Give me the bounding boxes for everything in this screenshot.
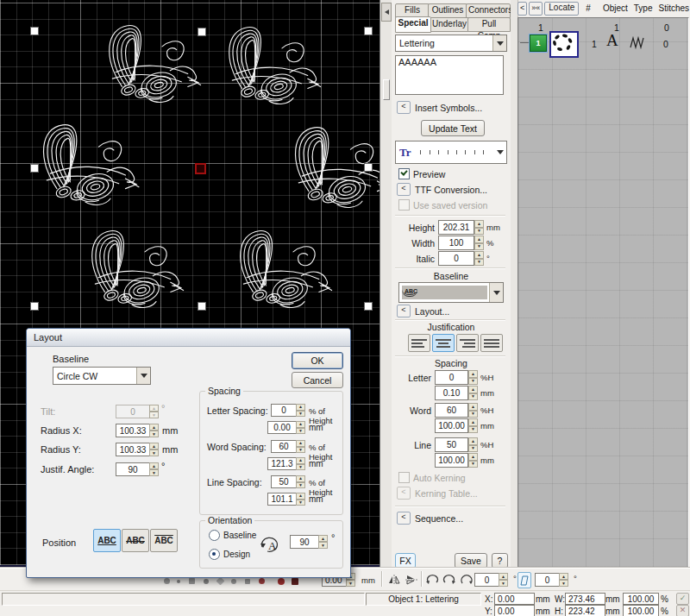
height-spinner[interactable]: ▲▼ — [474, 220, 484, 235]
fx-button[interactable]: FX — [395, 553, 416, 569]
dlg-line-pct-spinner[interactable]: ▲▼ — [296, 475, 305, 488]
stitch-marker-icon[interactable] — [216, 577, 225, 586]
rotate-angle-icon[interactable] — [459, 572, 474, 587]
width-spinner[interactable]: ▲▼ — [474, 236, 484, 250]
ttf-conversion-label[interactable]: TTF Conversion... — [415, 185, 487, 195]
radius-y-spinner[interactable]: ▲▼ — [149, 443, 159, 456]
stitch-marker-icon[interactable] — [245, 579, 250, 584]
sequence-expand-button[interactable]: < — [397, 512, 411, 525]
justif-angle-field[interactable]: 90 — [116, 462, 150, 476]
italic-field[interactable]: 0 — [438, 251, 474, 266]
font-select[interactable]: Tr — [395, 141, 507, 164]
rotate-angle-spinner[interactable]: ▲▼ — [499, 573, 508, 587]
h-field[interactable]: 223.42 — [565, 605, 605, 616]
rotate-cw-icon[interactable] — [442, 572, 457, 587]
line-pct-field[interactable]: 50 — [435, 437, 468, 452]
line-mm-field[interactable]: 100.00 — [435, 453, 468, 468]
apply-button[interactable]: ✓ — [676, 593, 689, 605]
preview-checkbox[interactable] — [398, 168, 410, 179]
selection-handle-se[interactable] — [364, 302, 373, 311]
sequence-label[interactable]: Sequence... — [415, 513, 463, 524]
stitch-marker-red-icon[interactable] — [259, 578, 265, 584]
h-percent-field[interactable]: 100.00 — [623, 605, 659, 616]
radius-x-spinner[interactable]: ▲▼ — [149, 424, 159, 437]
object-thumbnail[interactable] — [549, 31, 579, 58]
save-button[interactable]: Save — [455, 553, 487, 569]
word-pct-spinner[interactable]: ▲▼ — [468, 403, 478, 418]
dlg-line-mm-spinner[interactable]: ▲▼ — [296, 493, 305, 506]
stitch-marker-icon[interactable] — [231, 579, 236, 584]
skew-field[interactable]: 0 — [535, 573, 560, 587]
panel-back-button[interactable]: < — [518, 2, 527, 16]
orientation-baseline-radio[interactable] — [209, 530, 220, 541]
rotation-center-mark[interactable] — [195, 163, 206, 174]
w-percent-field[interactable]: 100.00 — [623, 593, 659, 605]
tab-special[interactable]: Special — [395, 16, 431, 33]
objects-list[interactable]: 1 1 0 1 1 A — [518, 17, 689, 568]
justify-full-button[interactable] — [480, 334, 503, 352]
position-top-button[interactable]: ABC — [150, 529, 178, 552]
rotate-angle-field[interactable]: 0 — [474, 573, 499, 587]
height-field[interactable]: 202.31 — [438, 220, 474, 235]
position-middle-button[interactable]: ABC — [122, 529, 149, 552]
selection-handle-w[interactable] — [30, 164, 39, 173]
width-field[interactable]: 100 — [438, 236, 474, 250]
mirror-vertical-icon[interactable] — [404, 572, 419, 587]
collapse-columns-button[interactable]: »« — [529, 2, 543, 16]
mirror-horizontal-icon[interactable] — [386, 572, 402, 587]
tab-connectors[interactable]: Connectors — [466, 3, 511, 18]
stitch-marker-red-icon[interactable] — [278, 578, 285, 585]
orientation-angle-field[interactable]: 90 — [290, 535, 319, 549]
stitch-marker-icon[interactable] — [189, 578, 195, 584]
lettering-text-input[interactable]: AAAAAA — [395, 55, 504, 95]
dialog-baseline-select[interactable]: Circle CW — [53, 367, 151, 385]
letter-pct-field[interactable]: 0 — [435, 370, 468, 385]
ok-button[interactable]: OK — [292, 352, 343, 369]
font-dropdown-button[interactable] — [493, 141, 506, 163]
dlg-word-pct-field[interactable]: 60 — [271, 440, 297, 453]
y-field[interactable]: 0.00 — [494, 605, 535, 616]
justif-angle-spinner[interactable]: ▲▼ — [149, 462, 159, 476]
w-field[interactable]: 273.46 — [565, 593, 605, 605]
skew-icon[interactable] — [518, 572, 531, 588]
position-baseline-button[interactable]: ABC — [93, 529, 121, 552]
stitch-marker-icon[interactable] — [204, 579, 209, 584]
selection-handle-nw[interactable] — [30, 27, 39, 35]
collapse-panel-button[interactable] — [381, 3, 392, 22]
baseline-select[interactable]: ABC — [398, 282, 504, 303]
dlg-word-pct-spinner[interactable]: ▲▼ — [296, 440, 305, 453]
selection-handle-ne[interactable] — [364, 27, 373, 35]
word-mm-spinner[interactable]: ▲▼ — [468, 418, 478, 433]
discard-button[interactable]: ✕ — [676, 605, 689, 616]
tab-outlines[interactable]: Outlines — [428, 3, 467, 18]
dlg-letter-pct-spinner[interactable]: ▲▼ — [296, 404, 305, 417]
ttf-conversion-expand-button[interactable]: < — [397, 183, 411, 196]
italic-spinner[interactable]: ▲▼ — [474, 251, 484, 266]
radius-x-field[interactable]: 100.33 — [116, 424, 150, 437]
orientation-design-radio[interactable] — [209, 549, 220, 560]
radius-y-field[interactable]: 100.33 — [116, 443, 150, 456]
lettering-type-select[interactable]: Lettering — [395, 35, 507, 52]
color-chip[interactable]: 1 — [530, 35, 547, 52]
splitter-grip[interactable] — [383, 79, 390, 100]
dlg-word-mm-spinner[interactable]: ▲▼ — [296, 457, 305, 470]
orientation-angle-spinner[interactable]: ▲▼ — [318, 535, 328, 549]
help-button[interactable]: ? — [492, 553, 508, 569]
insert-symbols-label[interactable]: Insert Symbols... — [415, 103, 482, 113]
dlg-line-mm-field[interactable]: 101.1 — [267, 493, 297, 506]
dlg-letter-pct-field[interactable]: 0 — [271, 404, 297, 417]
line-mm-spinner[interactable]: ▲▼ — [468, 453, 478, 468]
dialog-baseline-dropdown[interactable] — [136, 368, 150, 384]
rotate-ccw-icon[interactable] — [424, 572, 440, 587]
stitch-marker-icon[interactable] — [177, 580, 180, 583]
dropdown-button[interactable] — [492, 35, 506, 51]
update-text-button[interactable]: Update Text — [421, 120, 485, 136]
dlg-word-mm-field[interactable]: 121.3 — [267, 457, 297, 470]
x-field[interactable]: 0.00 — [494, 593, 535, 605]
baseline-dropdown-button[interactable] — [489, 283, 503, 302]
stitch-marker-red-icon[interactable] — [292, 578, 298, 585]
insert-symbols-expand-button[interactable]: < — [397, 101, 411, 114]
letter-mm-field[interactable]: 0.10 — [435, 386, 468, 400]
dlg-line-pct-field[interactable]: 50 — [271, 475, 297, 488]
layout-label[interactable]: Layout... — [415, 306, 449, 317]
